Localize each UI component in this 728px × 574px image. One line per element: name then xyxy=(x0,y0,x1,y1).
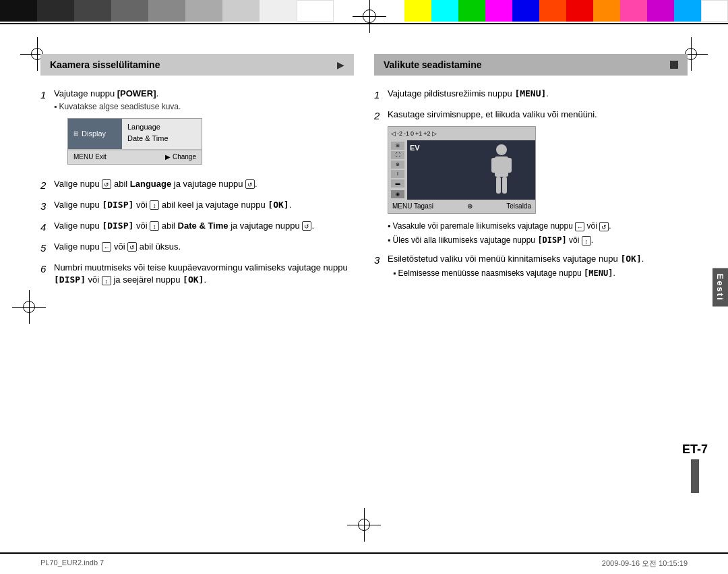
step-content-5: Valige nupu ← või ↺ abil üksus. xyxy=(54,241,354,255)
top-border xyxy=(0,23,728,24)
bottom-border xyxy=(0,552,728,554)
step-left-6: 6 Numbri muutmiseks või teise kuupäevavo… xyxy=(40,262,354,286)
camera-menu: ⊞ Display Language Date & Time MENU Exit… xyxy=(67,118,202,165)
preview-sidebar: ⊞ ⛶ ⊕ I ▬ ◉ xyxy=(388,140,407,200)
step-r-content-2: Kasutage sirvimisnuppe, et liikuda valik… xyxy=(388,109,688,246)
dial-icon-2: ↺ xyxy=(102,179,111,189)
step-content-2: Valige nupu ↺ abil Language ja vajutage … xyxy=(54,178,354,192)
preview-icon-1: ⊞ xyxy=(391,142,404,150)
color-bar-top xyxy=(0,0,728,22)
camera-menu-main-row: ⊞ Display Language Date & Time xyxy=(68,119,202,150)
page-number-area: ET-7 xyxy=(682,442,708,493)
step-r-3-sub: ▪ Eelmisesse menüüsse naasmiseks vajutag… xyxy=(388,268,688,279)
svg-rect-4 xyxy=(496,177,501,194)
step-r-content-3: Esiletõstetud valiku või menüü kinnitami… xyxy=(388,253,688,279)
left-section-title: Kaamera sisselülitamine xyxy=(50,59,160,70)
step-num-6: 6 xyxy=(40,262,50,286)
dial-icon-2b: ↺ xyxy=(245,179,255,189)
step-right-3: 3 Esiletõstetud valiku või menüü kinnita… xyxy=(374,253,688,279)
step-right-2: 2 Kasutage sirvimisnuppe, et liikuda val… xyxy=(374,109,688,246)
step-content-3: Valige nupu [DISP] või ↕ abil keel ja va… xyxy=(54,199,354,213)
step-num-3: 3 xyxy=(40,199,50,213)
nav-icon-5a: ← xyxy=(102,242,111,252)
nav-icon-4: ↕ xyxy=(150,221,159,231)
ev-label: EV xyxy=(410,143,420,153)
camera-menu-right: Language Date & Time xyxy=(122,119,202,149)
preview-icon-5: ▬ xyxy=(391,179,404,188)
person-silhouette xyxy=(481,140,522,200)
step-left-5: 5 Valige nupu ← või ↺ abil üksus. xyxy=(40,241,354,255)
left-section-header: Kaamera sisselülitamine ▶ xyxy=(40,54,354,76)
right-section-square xyxy=(670,61,678,69)
step-content-6: Numbri muutmiseks või teise kuupäevavorm… xyxy=(54,262,354,286)
page-bar xyxy=(691,459,699,493)
step-left-1: 1 Vajutage nuppu [POWER]. Kuvatakse algs… xyxy=(40,88,354,171)
nav-icon-6: ↕ xyxy=(102,276,111,285)
preview-bottom-bar: MENU Tagasi ⊕ Teisalda xyxy=(388,200,535,213)
step-content-1: Vajutage nuppu [POWER]. Kuvatakse algse … xyxy=(54,88,354,171)
step-left-2: 2 Valige nupu ↺ abil Language ja vajutag… xyxy=(40,178,354,192)
nav-icon-3: ↕ xyxy=(150,200,159,210)
step-right-1: 1 Vajutage pildistusrežiimis nuppu [MENU… xyxy=(374,88,688,102)
right-section-title: Valikute seadistamine xyxy=(384,59,482,70)
camera-menu-footer: MENU Exit ▶ Change xyxy=(68,150,202,164)
page-footer: PL70_EUR2.indb 7 2009-09-16 오전 10:15:19 xyxy=(40,558,688,569)
step-left-4: 4 Valige nupu [DISP] või ↕ abil Date & T… xyxy=(40,220,354,234)
svg-rect-2 xyxy=(491,158,497,173)
step-r-num-1: 1 xyxy=(374,88,384,102)
step-num-2: 2 xyxy=(40,178,50,192)
person-svg xyxy=(485,143,518,197)
camera-preview: ◁ -2 -1 0 +1 +2 ▷ ⊞ ⛶ ⊕ I xyxy=(388,126,536,214)
dial-icon-4b: ↺ xyxy=(302,221,311,231)
page-number: ET-7 xyxy=(682,442,708,456)
right-section-header: Valikute seadistamine xyxy=(374,54,688,76)
step-1-sub: Kuvatakse algse seadistuse kuva. xyxy=(54,101,354,113)
svg-rect-3 xyxy=(506,158,512,173)
step-num-4: 4 xyxy=(40,220,50,234)
preview-top-bar: ◁ -2 -1 0 +1 +2 ▷ xyxy=(388,127,535,140)
step-r-content-1: Vajutage pildistusrežiimis nuppu [MENU]. xyxy=(388,88,688,102)
preview-icon-3: ⊕ xyxy=(391,161,404,169)
main-content: Kaamera sisselülitamine ▶ 1 Vajutage nup… xyxy=(40,54,688,534)
preview-icon-4: I xyxy=(391,170,404,178)
nav-icon-5b: ↺ xyxy=(127,242,137,252)
right-column: Valikute seadistamine 1 Vajutage pildist… xyxy=(374,54,688,534)
preview-icon-6: ◉ xyxy=(391,190,404,198)
step-content-4: Valige nupu [DISP] või ↕ abil Date & Tim… xyxy=(54,220,354,234)
svg-point-0 xyxy=(496,144,507,155)
step-r-2-sub2: ▪ Üles või alla liikumiseks vajutage nup… xyxy=(388,235,688,246)
step-r-2-sub1: ▪ Vasakule või paremale liikumiseks vaju… xyxy=(388,221,688,232)
preview-icon-2: ⛶ xyxy=(391,151,404,159)
left-section-arrow: ▶ xyxy=(337,59,344,70)
side-label: Eesti xyxy=(712,268,728,306)
step-r-num-3: 3 xyxy=(374,253,384,279)
footer-right: 2009-09-16 오전 10:15:19 xyxy=(602,558,688,569)
step-num-5: 5 xyxy=(40,241,50,255)
footer-left: PL70_EUR2.indb 7 xyxy=(40,558,104,569)
step-r-num-2: 2 xyxy=(374,109,384,246)
svg-rect-5 xyxy=(502,177,507,194)
step-num-1: 1 xyxy=(40,88,50,171)
camera-menu-left: ⊞ Display xyxy=(68,119,122,149)
left-column: Kaamera sisselülitamine ▶ 1 Vajutage nup… xyxy=(40,54,354,534)
step-left-3: 3 Valige nupu [DISP] või ↕ abil keel ja … xyxy=(40,199,354,213)
